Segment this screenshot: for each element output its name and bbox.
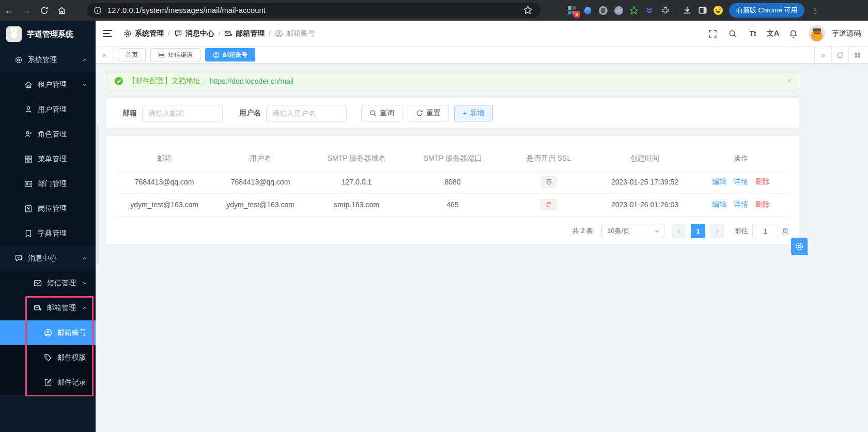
extensions-row: 8 <box>567 0 818 21</box>
sidebar-item-system-management[interactable]: 系统管理 <box>0 48 96 72</box>
sidebar-item-dict-management[interactable]: 字典管理 <box>0 221 96 246</box>
goto-page-input[interactable] <box>752 224 778 238</box>
site-info-icon[interactable] <box>92 5 103 16</box>
bell-icon[interactable] <box>788 29 798 38</box>
menu-label: 租户管理 <box>38 80 67 89</box>
breadcrumb: 系统管理 / 消息中心 / 邮箱管理 / 邮箱账号 <box>123 29 315 38</box>
menu-label: 系统管理 <box>28 55 57 65</box>
pagination: 共 2 条 10条/页 1 前往 页 <box>572 224 789 238</box>
sidebar-item-role-management[interactable]: 角色管理 <box>0 122 96 147</box>
sidebar-collapse-icon[interactable] <box>103 30 112 37</box>
downloads-icon[interactable] <box>683 6 692 15</box>
extension-dot-icon[interactable] <box>614 6 623 15</box>
alert-doc-link[interactable]: https://doc.iocoder.cn/mail <box>210 77 293 85</box>
next-page-button[interactable] <box>710 224 724 238</box>
tab-mail-account[interactable]: 邮箱账号 <box>205 48 255 61</box>
menu-label: 角色管理 <box>38 130 67 139</box>
browser-menu-icon[interactable]: ⋮ <box>811 6 818 16</box>
breadcrumb-item-mail[interactable]: 邮箱管理 <box>224 29 265 38</box>
address-bar[interactable]: 127.0.0.1/system/messages/mail/mail-acco… <box>87 3 540 18</box>
browser-back-icon[interactable]: ← <box>0 3 18 18</box>
sidebar: 芋道管理系统 系统管理 租户管理 用户管理 角色管理 <box>0 21 96 432</box>
detail-link[interactable]: 详情 <box>734 177 748 186</box>
tabs-scroll-right-icon[interactable]: » <box>814 47 831 64</box>
search-button[interactable]: 查询 <box>361 105 402 121</box>
alert-text: 【邮件配置】文档地址： <box>128 76 208 86</box>
browser-home-icon[interactable] <box>53 3 70 18</box>
breadcrumb-item-message[interactable]: 消息中心 <box>174 29 214 38</box>
table-row: 7684413@qq.com 7684413@qq.com 127.0.0.1 … <box>116 171 789 193</box>
breadcrumb-item-system[interactable]: 系统管理 <box>123 29 164 38</box>
menu-label: 邮箱管理 <box>47 303 76 313</box>
sidebar-item-message-center[interactable]: 消息中心 <box>0 246 96 271</box>
toolbar-divider <box>676 6 676 15</box>
profile-avatar-icon[interactable] <box>714 6 723 15</box>
menu-label: 字典管理 <box>38 229 67 238</box>
chevron-down-icon <box>82 281 87 286</box>
browser-reload-icon[interactable] <box>35 3 53 18</box>
server-icon <box>158 52 165 58</box>
sidebar-item-post-management[interactable]: 岗位管理 <box>0 196 96 221</box>
sidebar-item-mail-log[interactable]: 邮件记录 <box>0 370 96 395</box>
sidebar-item-menu-management[interactable]: 菜单管理 <box>0 147 96 172</box>
user-avatar[interactable] <box>809 25 825 42</box>
page-number-1[interactable]: 1 <box>691 224 705 238</box>
ssl-badge: 是 <box>541 199 556 210</box>
prev-page-button[interactable] <box>672 224 686 238</box>
page-content: 【邮件配置】文档地址： https://doc.iocoder.cn/mail … <box>96 64 868 432</box>
edit-link[interactable]: 编辑 <box>712 177 726 186</box>
sidebar-item-mail-account[interactable]: 邮箱账号 <box>0 320 96 345</box>
page-size-select[interactable]: 10条/页 <box>601 224 664 238</box>
reset-button[interactable]: 重置 <box>408 105 449 121</box>
filter-card: 邮箱 用户名 查询 重置 + 新增 <box>106 98 799 128</box>
app-title: 芋道管理系统 <box>27 29 73 39</box>
username[interactable]: 芋道源码 <box>832 29 861 38</box>
font-size-icon[interactable]: Tt <box>748 29 757 38</box>
extension-circle-icon[interactable] <box>598 6 608 15</box>
logo-rabbit-icon <box>6 26 22 42</box>
alert-close-icon[interactable]: × <box>787 76 792 86</box>
chrome-update-button[interactable]: 有新版 Chrome 可用 <box>729 3 804 18</box>
search-icon[interactable] <box>728 29 737 38</box>
sidebar-item-department-management[interactable]: 部门管理 <box>0 172 96 196</box>
sidebar-item-user-management[interactable]: 用户管理 <box>0 97 96 122</box>
tabs-scroll-left-icon[interactable]: « <box>96 47 113 64</box>
cell-username: ydym_test@163.com <box>212 193 308 216</box>
magnifier-icon <box>369 110 377 117</box>
language-icon[interactable]: 文A <box>768 29 778 38</box>
badge-icon <box>24 205 33 213</box>
extension-grid-icon[interactable]: 8 <box>567 6 577 15</box>
edit-link[interactable]: 编辑 <box>712 200 726 208</box>
browser-forward-icon[interactable]: → <box>18 3 35 18</box>
browser-toolbar: ← → 127.0.0.1/system/messages/mail/mail-… <box>0 0 868 21</box>
extensions-puzzle-icon[interactable] <box>660 6 670 15</box>
detail-link[interactable]: 详情 <box>734 200 748 208</box>
app-logo[interactable]: 芋道管理系统 <box>0 21 96 48</box>
email-filter-input[interactable] <box>142 105 223 121</box>
bookmark-star-icon[interactable] <box>523 5 533 15</box>
tabs-layout-grid-icon[interactable] <box>848 47 865 64</box>
settings-gear-button[interactable] <box>791 238 808 255</box>
scrollbar-thumb[interactable] <box>97 124 99 264</box>
sidebar-item-tenant-management[interactable]: 租户管理 <box>0 72 96 97</box>
extension-star-icon[interactable] <box>629 6 639 15</box>
username-filter-input[interactable] <box>266 105 347 121</box>
grid-icon <box>24 155 33 163</box>
tabs-refresh-icon[interactable] <box>831 47 848 64</box>
sidebar-item-mail-management[interactable]: 邮箱管理 <box>0 296 96 320</box>
extension-balloon-icon[interactable] <box>583 6 592 15</box>
side-panel-icon[interactable] <box>698 6 707 15</box>
delete-link[interactable]: 删除 <box>755 200 770 208</box>
gear-icon <box>123 29 132 38</box>
tab-home[interactable]: 首页 <box>118 48 146 61</box>
mail-account-table: 邮箱 用户名 SMTP 服务器域名 SMTP 服务器端口 是否开启 SSL 创建… <box>116 147 789 217</box>
delete-link[interactable]: 删除 <box>755 177 770 186</box>
extension-chevrons-icon[interactable] <box>645 6 654 15</box>
sidebar-item-mail-template[interactable]: 邮件模版 <box>0 345 96 370</box>
fullscreen-icon[interactable] <box>708 29 717 38</box>
tab-sms-channel[interactable]: 短信渠道 <box>150 48 200 61</box>
chevron-up-icon <box>82 305 87 311</box>
top-navbar: 系统管理 / 消息中心 / 邮箱管理 / 邮箱账号 <box>96 21 868 47</box>
add-button[interactable]: + 新增 <box>454 105 493 121</box>
sidebar-item-sms-management[interactable]: 短信管理 <box>0 271 96 296</box>
